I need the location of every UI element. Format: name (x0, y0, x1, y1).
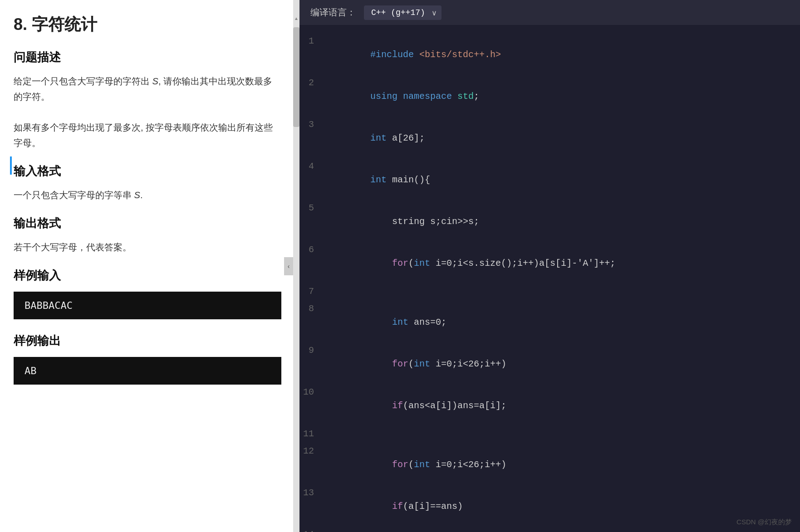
line-num-12: 12 (299, 446, 327, 456)
indent-marker (10, 156, 12, 175)
sample-output-box: AB (14, 357, 281, 385)
scrollbar-thumb[interactable] (293, 27, 299, 127)
code-line-12: 12 for(int i=0;i<26;i++) (299, 444, 800, 486)
token-string-s: string s;cin>>s; (370, 216, 479, 227)
left-panel: 8. 字符统计 问题描述 给定一个只包含大写字母的字符出 S, 请你输出其中出现… (0, 0, 299, 532)
code-line-11: 11 (299, 427, 800, 444)
token-header: <bits/stdc++.h> (419, 49, 501, 60)
line-num-9: 9 (299, 345, 327, 356)
code-line-9: 9 for(int i=0;i<26;i++) (299, 343, 800, 385)
line-num-2: 2 (299, 78, 327, 88)
lang-selector-wrapper[interactable]: C++ (g++17) C (gcc) Java Python3 (364, 5, 442, 20)
line-num-1: 1 (299, 36, 327, 46)
line-num-8: 8 (299, 303, 327, 314)
line-num-6: 6 (299, 244, 327, 255)
code-line-1: 1 #include <bits/stdc++.h> (299, 34, 800, 76)
token-indent12 (370, 459, 392, 470)
token-for6: for (392, 258, 408, 268)
section-heading-sample-input: 样例输入 (14, 268, 281, 283)
code-line-6: 6 for(int i=0;i<s.size();i++)a[s[i]-'A']… (299, 243, 800, 284)
line-code-8[interactable]: int ans=0; (327, 302, 447, 343)
line-num-11: 11 (299, 429, 327, 439)
section-heading-sample-output: 样例输出 (14, 333, 281, 349)
line-code-3[interactable]: int a[26]; (327, 118, 425, 159)
token-namespace: namespace (403, 91, 457, 102)
code-line-7: 7 (299, 284, 800, 302)
section-heading-input: 输入格式 (14, 163, 281, 179)
token-loop6: i=0;i<s.size();i++)a[s[i]-'A']++; (436, 258, 615, 268)
code-line-13: 13 if(a[i]==ans) (299, 486, 800, 527)
token-lp6: ( (408, 258, 414, 268)
page-title: 8. 字符统计 (14, 14, 281, 36)
code-line-3: 3 int a[26]; (299, 117, 800, 159)
token-int3: int (370, 133, 392, 143)
line-code-2[interactable]: using namespace std; (327, 76, 479, 117)
section-body-input: 一个只包含大写字母的字等串 S. (14, 187, 281, 203)
sample-input-box: BABBACAC (14, 292, 281, 319)
line-num-10: 10 (299, 387, 327, 397)
token-cond10: (ans<a[i])ans=a[i]; (403, 400, 506, 411)
token-a26: a[26]; (392, 133, 425, 143)
code-line-4: 4 int main(){ (299, 159, 800, 201)
line-code-13[interactable]: if(a[i]==ans) (327, 486, 463, 527)
scrollbar-track: ▲ (293, 0, 299, 532)
token-lp9: ( (408, 359, 414, 369)
scroll-arrow-up[interactable]: ▲ (293, 14, 299, 23)
lang-selector[interactable]: C++ (g++17) C (gcc) Java Python3 (364, 5, 442, 20)
line-code-4[interactable]: int main(){ (327, 160, 430, 200)
line-code-5[interactable]: string s;cin>>s; (327, 201, 479, 242)
token-if10: if (392, 400, 403, 411)
code-line-2: 2 using namespace std; (299, 76, 800, 117)
code-line-10: 10 if(ans<a[i])ans=a[i]; (299, 385, 800, 427)
token-loop12: i=0;i<26;i++) (436, 459, 506, 470)
token-std: std (457, 91, 474, 102)
code-line-14: 14 cout << (char)(i+'A'); (299, 527, 800, 532)
token-indent8 (370, 317, 392, 327)
token-for12: for (392, 459, 408, 470)
line-code-7[interactable] (327, 285, 332, 298)
watermark: CSDN @幻夜的梦 (736, 518, 792, 527)
line-num-13: 13 (299, 488, 327, 498)
token-int9: int (414, 359, 436, 369)
lang-label: 编译语言： (310, 6, 356, 19)
token-indent6 (370, 258, 392, 268)
line-num-5: 5 (299, 203, 327, 213)
line-code-1[interactable]: #include <bits/stdc++.h> (327, 34, 501, 75)
code-line-8: 8 int ans=0; (299, 302, 800, 343)
line-code-10[interactable]: if(ans<a[i])ans=a[i]; (327, 386, 506, 426)
token-include: #include (370, 49, 419, 60)
token-semi: ; (474, 91, 479, 102)
token-indent9 (370, 359, 392, 369)
line-num-3: 3 (299, 119, 327, 130)
line-code-9[interactable]: for(int i=0;i<26;i++) (327, 344, 506, 385)
token-int8: int (392, 317, 414, 327)
token-ans0: ans=0; (414, 317, 447, 327)
token-int12: int (414, 459, 436, 470)
line-code-6[interactable]: for(int i=0;i<s.size();i++)a[s[i]-'A']++… (327, 243, 615, 284)
section-heading-output: 输出格式 (14, 215, 281, 231)
line-code-14[interactable]: cout << (char)(i+'A'); (327, 528, 512, 532)
section-body-problem: 给定一个只包含大写字母的字符出 S, 请你输出其中出现次数最多的字符。 如果有多… (14, 73, 281, 151)
collapse-arrow[interactable]: ‹ (284, 257, 293, 275)
token-cond13: (a[i]==ans) (403, 501, 463, 512)
line-num-14: 14 (299, 529, 327, 532)
line-num-4: 4 (299, 161, 327, 171)
line-code-11[interactable] (327, 427, 332, 441)
token-if13: if (392, 501, 403, 512)
token-for9: for (392, 359, 408, 369)
token-lp12: ( (408, 459, 414, 470)
token-using: using (370, 91, 403, 102)
section-body-output: 若干个大写字母，代表答案。 (14, 239, 281, 255)
token-int4: int (370, 175, 392, 185)
token-indent13 (370, 501, 392, 512)
sample-output-value: AB (25, 365, 37, 376)
code-area: 1 #include <bits/stdc++.h> 2 using names… (299, 25, 800, 532)
token-loop9: i=0;i<26;i++) (436, 359, 506, 369)
section-heading-problem: 问题描述 (14, 49, 281, 65)
token-indent10 (370, 400, 392, 411)
token-main: main(){ (392, 175, 430, 185)
line-code-12[interactable]: for(int i=0;i<26;i++) (327, 444, 506, 485)
toolbar: 编译语言： C++ (g++17) C (gcc) Java Python3 (299, 0, 800, 25)
token-int6: int (414, 258, 436, 268)
right-panel: 编译语言： C++ (g++17) C (gcc) Java Python3 1… (299, 0, 800, 532)
